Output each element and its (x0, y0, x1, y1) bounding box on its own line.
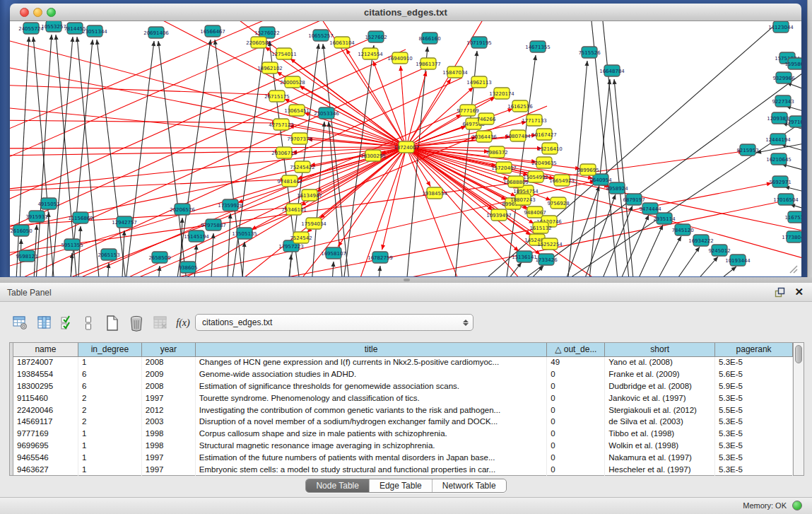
network-node[interactable]: 16782759 (367, 252, 393, 263)
network-canvas[interactable]: 2405572410553257781445523051344206914061… (10, 21, 801, 276)
cell-out_degree[interactable]: 0 (547, 465, 605, 477)
column-header-short[interactable]: short (605, 343, 715, 357)
network-node[interactable]: 16940910 (387, 52, 413, 64)
network-node[interactable]: 15847034 (442, 66, 468, 78)
cell-in_degree[interactable]: 1 (78, 440, 142, 452)
show-columns-button[interactable] (35, 313, 54, 334)
network-node[interactable]: 97975887 (201, 219, 226, 230)
network-node[interactable]: 5951355 (61, 239, 83, 250)
cell-name[interactable]: 18724007 (13, 357, 78, 369)
cell-pagerank[interactable]: 5.6E-5 (715, 369, 793, 381)
cell-title[interactable]: Corpus callosum shape and size in male p… (196, 428, 548, 440)
network-node[interactable]: 12124554 (358, 48, 383, 59)
table-row[interactable]: 1938455462009Genome-wide association stu… (13, 369, 793, 381)
cell-out_degree[interactable]: 49 (547, 357, 605, 369)
network-node[interactable]: 2065153 (98, 249, 119, 260)
column-header-pagerank[interactable]: pagerank (715, 343, 793, 357)
network-node[interactable]: 10167427 (531, 129, 557, 140)
column-header-year[interactable]: year (142, 343, 196, 357)
selection-mode-button[interactable] (58, 313, 76, 334)
cell-in_degree[interactable]: 2 (78, 416, 142, 428)
network-node[interactable]: 10719195 (466, 37, 492, 48)
network-node[interactable]: 16934222 (688, 235, 714, 246)
table-row[interactable]: 969969511998Structural magnetic resonanc… (13, 440, 793, 452)
cell-pagerank[interactable]: 5.9E-5 (715, 381, 793, 393)
cell-out_degree[interactable]: 0 (547, 393, 605, 405)
cell-title[interactable]: Estimation of the future numbers of pati… (196, 452, 548, 465)
cell-in_degree[interactable]: 2 (78, 405, 142, 417)
cell-short[interactable]: Dudbridge et al. (2008) (605, 381, 715, 393)
network-node[interactable]: 20306713 (271, 147, 297, 158)
cell-in_degree[interactable]: 6 (78, 369, 142, 381)
cell-year[interactable]: 2012 (142, 405, 196, 417)
network-node[interactable]: 79707378 (287, 133, 312, 144)
network-node[interactable]: 6879197 (623, 194, 645, 205)
cell-title[interactable]: Structural magnetic resonance image aver… (196, 440, 548, 452)
table-scrollbar-thumb[interactable] (795, 345, 802, 363)
table-row[interactable]: 1830029562008Estimation of significance … (13, 381, 793, 393)
cell-pagerank[interactable]: 5.3E-5 (715, 416, 793, 428)
network-node[interactable]: 1527602 (365, 31, 387, 42)
network-node[interactable]: 11123044 (768, 21, 794, 33)
table-scrollbar[interactable] (793, 342, 804, 476)
cell-name[interactable]: 22420046 (13, 405, 78, 417)
cell-in_degree[interactable]: 1 (78, 465, 142, 477)
network-node[interactable]: 9329966 (772, 72, 795, 83)
cell-out_degree[interactable]: 0 (547, 416, 605, 428)
cell-pagerank[interactable]: 5.3E-5 (715, 357, 793, 369)
cell-year[interactable]: 1997 (142, 452, 196, 465)
network-node[interactable]: 75245422 (290, 161, 315, 173)
network-node[interactable]: 2616050 (10, 225, 32, 236)
network-node[interactable]: 16566467 (200, 25, 225, 37)
table-row[interactable]: 911546021997Tourette syndrome. Phenomeno… (13, 393, 793, 405)
network-node[interactable]: 9598121 (16, 250, 37, 262)
network-node[interactable]: 1733426 (535, 254, 558, 265)
network-node[interactable]: 8215953 (736, 144, 758, 156)
network-node[interactable]: 938605 (179, 262, 198, 273)
cell-name[interactable]: 9699695 (13, 440, 78, 452)
network-node[interactable]: 17717133 (522, 115, 547, 126)
network-node[interactable]: 7845120 (671, 224, 693, 235)
cell-name[interactable]: 19384554 (13, 369, 78, 381)
cell-pagerank[interactable]: 5.3E-5 (715, 440, 793, 452)
cell-year[interactable]: 1998 (142, 428, 196, 440)
cell-name[interactable]: 9465546 (13, 452, 78, 465)
cell-year[interactable]: 2008 (142, 381, 196, 393)
cell-name[interactable]: 9115460 (13, 393, 78, 405)
close-panel-icon[interactable]: ✕ (794, 286, 804, 298)
table-row[interactable]: 946362711997Embryonic stem cells: a mode… (13, 465, 793, 477)
cell-out_degree[interactable]: 0 (547, 428, 605, 440)
splitter-grip[interactable] (404, 279, 410, 281)
network-node[interactable]: 16210645 (766, 153, 792, 165)
network-node[interactable]: 8466160 (418, 33, 440, 44)
float-panel-icon[interactable] (775, 287, 785, 298)
cell-title[interactable]: Genome-wide association studies in ADHD. (196, 369, 548, 381)
tab-network-table[interactable]: Network Table (433, 479, 506, 492)
network-node[interactable]: 17738045 (782, 231, 801, 243)
cell-in_degree[interactable]: 1 (78, 428, 142, 440)
column-header-in_degree[interactable]: in_degree (78, 343, 142, 357)
network-node[interactable]: 8958924 (606, 182, 628, 194)
column-header-name[interactable]: name (13, 343, 78, 357)
network-node[interactable]: 746266 (477, 113, 496, 124)
cell-year[interactable]: 1998 (142, 440, 196, 452)
cell-short[interactable]: Tibbo et al. (1998) (605, 428, 715, 440)
network-node[interactable]: 10553257 (41, 21, 66, 32)
network-node[interactable]: 16654923 (549, 175, 575, 186)
cell-name[interactable]: 9777169 (13, 428, 78, 440)
cell-name[interactable]: 18300295 (13, 381, 78, 393)
cell-title[interactable]: Disruption of a novel member of a sodium… (196, 416, 548, 428)
network-node[interactable]: 20691406 (143, 27, 169, 38)
delete-table-button[interactable] (151, 313, 170, 334)
network-node[interactable]: 1167533 (784, 211, 801, 223)
network-node[interactable]: 10193444 (725, 255, 751, 266)
cell-short[interactable]: Nakamura et al. (1997) (605, 452, 715, 465)
network-window-titlebar[interactable]: citations_edges.txt (10, 4, 801, 21)
column-header-out_de[interactable]: △ out_de... (547, 343, 605, 357)
table-row[interactable]: 946554611997Estimation of the future num… (13, 452, 793, 465)
panel-splitter[interactable] (0, 277, 812, 283)
network-node[interactable]: 20206576 (170, 204, 195, 215)
network-node[interactable]: 23051344 (82, 25, 107, 37)
network-node[interactable]: 16648784 (599, 65, 625, 76)
function-builder-button[interactable]: f(x) (174, 313, 192, 334)
